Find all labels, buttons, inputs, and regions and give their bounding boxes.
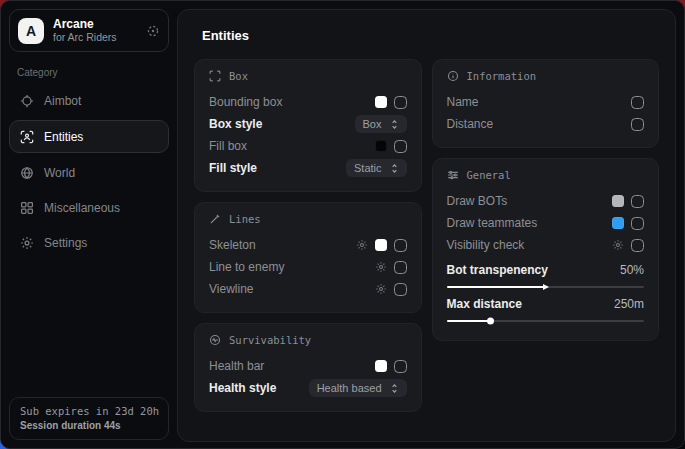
cheat-menu-window: A Arcane for Arc Riders Category xyxy=(0,0,685,449)
max-distance-value: 250m xyxy=(614,297,644,311)
updown-arrows-icon xyxy=(390,163,399,174)
viewline-checkbox[interactable] xyxy=(394,283,407,296)
max-distance-slider-group: Max distance 250m xyxy=(447,294,645,322)
setting-row-fill-box: Fill box xyxy=(209,135,407,157)
box-style-select[interactable]: Box xyxy=(355,115,407,133)
fill-style-select[interactable]: Static xyxy=(346,159,407,177)
page-title: Entities xyxy=(202,28,661,43)
main-content: Entities Box xyxy=(177,9,676,442)
info-icon xyxy=(447,70,459,82)
panel-title: General xyxy=(467,169,511,181)
color-swatch[interactable] xyxy=(375,140,387,152)
color-swatch[interactable] xyxy=(375,96,387,108)
line-to-enemy-checkbox[interactable] xyxy=(394,261,407,274)
bounding-box-checkbox[interactable] xyxy=(394,96,407,109)
subscription-info-card: Sub expires in 23d 20h Session duration … xyxy=(9,397,169,440)
brand-text: Arcane for Arc Riders xyxy=(53,17,117,44)
color-swatch[interactable] xyxy=(375,360,387,372)
column-left: Box Bounding box Box style xyxy=(194,59,422,412)
gear-icon[interactable] xyxy=(612,239,624,251)
updown-arrows-icon xyxy=(390,383,399,394)
pencil-icon xyxy=(209,213,221,225)
panel-general: General Draw BOTs Draw teammates xyxy=(432,158,660,341)
gear-icon[interactable] xyxy=(375,261,387,273)
panel-survivability: Survivability Health bar Health style xyxy=(194,323,422,412)
brand-card: A Arcane for Arc Riders xyxy=(9,9,169,52)
distance-checkbox[interactable] xyxy=(631,118,644,131)
name-checkbox[interactable] xyxy=(631,96,644,109)
max-distance-slider[interactable] xyxy=(447,320,645,322)
panel-title: Lines xyxy=(229,213,261,225)
slider-thumb[interactable] xyxy=(543,284,549,290)
brand-subtitle: for Arc Riders xyxy=(53,31,117,44)
session-duration-text: Session duration 44s xyxy=(20,420,158,431)
setting-row-draw-teammates: Draw teammates xyxy=(447,212,645,234)
color-swatch[interactable] xyxy=(612,217,624,229)
setting-row-viewline: Viewline xyxy=(209,278,407,300)
panel-lines-header: Lines xyxy=(209,213,407,225)
column-right: Information Name Distance xyxy=(432,59,660,341)
panel-information: Information Name Distance xyxy=(432,59,660,148)
setting-row-box-style: Box style Box xyxy=(209,113,407,135)
draw-teammates-checkbox[interactable] xyxy=(631,217,644,230)
grid-icon xyxy=(20,201,34,215)
panel-title: Survivability xyxy=(229,334,311,346)
setting-row-distance: Distance xyxy=(447,113,645,135)
entities-icon xyxy=(20,130,34,144)
sidebar-item-label: Settings xyxy=(44,236,87,250)
updown-arrows-icon xyxy=(390,119,399,130)
draw-bots-checkbox[interactable] xyxy=(631,195,644,208)
brand-title: Arcane xyxy=(53,17,117,31)
sidebar-item-aimbot[interactable]: Aimbot xyxy=(9,85,169,116)
setting-row-bounding-box: Bounding box xyxy=(209,91,407,113)
sidebar-item-label: World xyxy=(44,166,75,180)
sidebar-item-label: Entities xyxy=(44,130,83,144)
color-swatch[interactable] xyxy=(375,239,387,251)
panel-title: Box xyxy=(229,70,248,82)
setting-row-draw-bots: Draw BOTs xyxy=(447,190,645,212)
category-label: Category xyxy=(17,67,169,78)
panel-title: Information xyxy=(467,70,537,82)
panel-lines: Lines Skeleton xyxy=(194,202,422,313)
bot-transparency-slider[interactable] xyxy=(447,286,645,288)
panel-box-header: Box xyxy=(209,70,407,82)
panel-general-header: General xyxy=(447,169,645,181)
panel-survivability-header: Survivability xyxy=(209,334,407,346)
setting-row-health-style: Health style Health based xyxy=(209,377,407,399)
pulse-icon xyxy=(209,334,221,346)
sidebar-item-settings[interactable]: Settings xyxy=(9,227,169,258)
panel-box: Box Bounding box Box style xyxy=(194,59,422,192)
setting-row-fill-style: Fill style Static xyxy=(209,157,407,179)
panel-information-header: Information xyxy=(447,70,645,82)
sliders-icon xyxy=(447,169,459,181)
skeleton-checkbox[interactable] xyxy=(394,239,407,252)
sidebar: A Arcane for Arc Riders Category xyxy=(1,1,177,448)
sidebar-item-world[interactable]: World xyxy=(9,157,169,188)
health-style-select[interactable]: Health based xyxy=(309,379,407,397)
gear-icon[interactable] xyxy=(356,239,368,251)
box-corners-icon xyxy=(209,70,221,82)
slider-thumb[interactable] xyxy=(487,318,494,325)
setting-row-line-to-enemy: Line to enemy xyxy=(209,256,407,278)
refresh-icon[interactable] xyxy=(146,24,160,38)
sidebar-item-entities[interactable]: Entities xyxy=(9,120,169,153)
brand-logo: A xyxy=(18,18,44,44)
bot-transparency-value: 50% xyxy=(620,263,644,277)
globe-icon xyxy=(20,166,34,180)
color-swatch[interactable] xyxy=(612,195,624,207)
fill-box-checkbox[interactable] xyxy=(394,140,407,153)
setting-row-visibility-check: Visibility check xyxy=(447,234,645,256)
sidebar-item-label: Miscellaneous xyxy=(44,201,120,215)
visibility-check-checkbox[interactable] xyxy=(631,239,644,252)
setting-row-skeleton: Skeleton xyxy=(209,234,407,256)
sidebar-item-miscellaneous[interactable]: Miscellaneous xyxy=(9,192,169,223)
gear-icon xyxy=(20,236,34,250)
health-bar-checkbox[interactable] xyxy=(394,360,407,373)
sidebar-item-label: Aimbot xyxy=(44,94,81,108)
bot-transparency-slider-group: Bot transpenency 50% xyxy=(447,260,645,288)
gear-icon[interactable] xyxy=(375,283,387,295)
setting-row-name: Name xyxy=(447,91,645,113)
app-window: A Arcane for Arc Riders Category xyxy=(0,0,685,449)
setting-row-health-bar: Health bar xyxy=(209,355,407,377)
sub-expiry-text: Sub expires in 23d 20h xyxy=(20,405,158,417)
